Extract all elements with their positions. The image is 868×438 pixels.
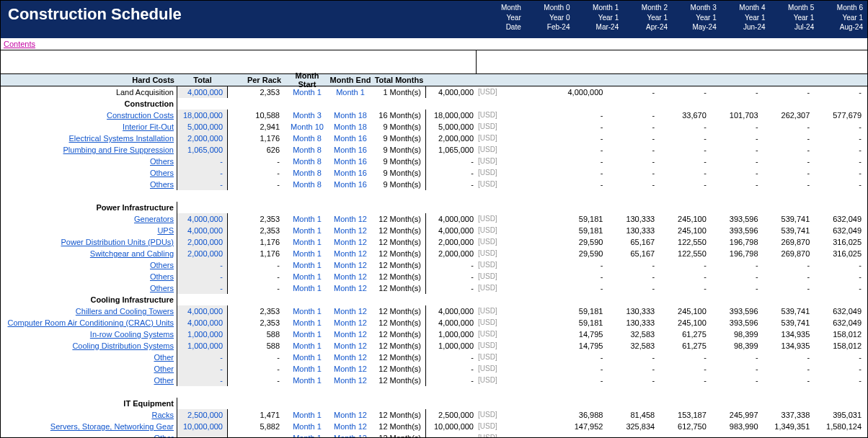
contents-link[interactable]: Contents <box>1 38 867 50</box>
row-month-end[interactable]: Month 12 <box>329 236 372 248</box>
row-month-start[interactable]: Month 1 <box>285 271 329 282</box>
row-month-end[interactable]: Month 12 <box>329 248 372 259</box>
row-label[interactable]: Others <box>1 259 177 271</box>
month-value: - <box>764 282 816 294</box>
row-month-start[interactable]: Month 8 <box>285 167 329 179</box>
currency-label: [USD] <box>477 144 505 156</box>
row-month-end[interactable]: Month 16 <box>329 156 372 167</box>
row-label[interactable]: Cooling Distribution Systems <box>1 340 177 352</box>
month-value <box>505 305 557 317</box>
row-month-end[interactable]: Month 12 <box>329 259 372 271</box>
row-total: 18,000,000 <box>177 110 228 121</box>
month-value: - <box>712 259 764 271</box>
row-month-start[interactable]: Month 10 <box>285 121 329 133</box>
currency-label: [USD] <box>477 86 505 98</box>
row-month-start[interactable]: Month 1 <box>285 236 329 248</box>
row-month-start[interactable]: Month 1 <box>285 282 329 294</box>
row-month-end[interactable]: Month 16 <box>329 133 372 144</box>
row-month-start[interactable]: Month 1 <box>285 259 329 271</box>
row-label[interactable]: Others <box>1 282 177 294</box>
row-label[interactable]: Other <box>1 432 177 438</box>
row-month-start[interactable]: Month 1 <box>285 352 329 363</box>
row-label[interactable]: Construction Costs <box>1 110 177 121</box>
month-value: 245,997 <box>712 409 764 421</box>
table-row: Others--Month 1Month 1212 Month(s)-[USD]… <box>1 259 867 271</box>
row-per-rack: 626 <box>228 144 285 156</box>
row-month-end[interactable]: Month 12 <box>329 432 372 438</box>
row-month-start[interactable]: Month 8 <box>285 133 329 144</box>
month-value: 14,795 <box>557 328 609 340</box>
row-label[interactable]: Others <box>1 179 177 190</box>
row-month-end[interactable]: Month 12 <box>329 375 372 386</box>
month-value: - <box>660 144 712 156</box>
month-value: - <box>660 179 712 190</box>
row-label[interactable]: Servers, Storage, Networking Gear <box>1 421 177 432</box>
row-month-start[interactable]: Month 1 <box>285 409 329 421</box>
row-month-start[interactable]: Month 8 <box>285 179 329 190</box>
row-month-end[interactable]: Month 18 <box>329 110 372 121</box>
row-label[interactable]: Electrical Systems Installation <box>1 133 177 144</box>
row-month-start[interactable]: Month 8 <box>285 156 329 167</box>
month-value: - <box>764 144 816 156</box>
currency-label: [USD] <box>477 167 505 179</box>
row-label[interactable]: Others <box>1 167 177 179</box>
row-month-end[interactable]: Month 12 <box>329 409 372 421</box>
row-month-end[interactable]: Month 12 <box>329 328 372 340</box>
row-month-start[interactable]: Month 1 <box>285 86 329 98</box>
row-month-start[interactable]: Month 1 <box>285 432 329 438</box>
row-month-end[interactable]: Month 12 <box>329 352 372 363</box>
row-month-end[interactable]: Month 12 <box>329 305 372 317</box>
row-month-end[interactable]: Month 12 <box>329 225 372 236</box>
row-label[interactable]: Other <box>1 363 177 375</box>
row-label[interactable]: Switchgear and Cabling <box>1 248 177 259</box>
row-label[interactable]: Others <box>1 156 177 167</box>
row-label[interactable]: Interior Fit-Out <box>1 121 177 133</box>
row-label[interactable]: Power Distribution Units (PDUs) <box>1 236 177 248</box>
month-value: 245,100 <box>660 225 712 236</box>
row-label[interactable]: Plumbing and Fire Suppression <box>1 144 177 156</box>
row-label[interactable]: Computer Room Air Conditioning (CRAC) Un… <box>1 317 177 328</box>
table-row: Racks2,500,0001,471Month 1Month 1212 Mon… <box>1 409 867 421</box>
row-per-rack: - <box>228 363 285 375</box>
row-month-start[interactable]: Month 1 <box>285 225 329 236</box>
row-month-start[interactable]: Month 1 <box>285 328 329 340</box>
row-month-start[interactable]: Month 8 <box>285 144 329 156</box>
row-month-start[interactable]: Month 1 <box>285 340 329 352</box>
row-label[interactable]: UPS <box>1 225 177 236</box>
row-per-rack: - <box>228 167 285 179</box>
row-total-months: 12 Month(s) <box>372 248 426 259</box>
row-label[interactable]: Other <box>1 375 177 386</box>
row-month-end[interactable]: Month 12 <box>329 271 372 282</box>
row-month-end[interactable]: Month 16 <box>329 144 372 156</box>
row-month-start[interactable]: Month 1 <box>285 248 329 259</box>
row-per-rack: 2,353 <box>228 213 285 225</box>
row-label[interactable]: Others <box>1 271 177 282</box>
row-month-end[interactable]: Month 12 <box>329 340 372 352</box>
row-month-end[interactable]: Month 16 <box>329 179 372 190</box>
row-month-start[interactable]: Month 1 <box>285 363 329 375</box>
row-label[interactable]: Chillers and Cooling Towers <box>1 305 177 317</box>
month-value: - <box>764 86 816 98</box>
row-month-end[interactable]: Month 18 <box>329 121 372 133</box>
row-month-start[interactable]: Month 1 <box>285 305 329 317</box>
row-month-end[interactable]: Month 12 <box>329 317 372 328</box>
row-month-end[interactable]: Month 16 <box>329 167 372 179</box>
row-label[interactable]: Generators <box>1 213 177 225</box>
row-label[interactable]: In-row Cooling Systems <box>1 328 177 340</box>
row-month-start[interactable]: Month 1 <box>285 375 329 386</box>
month-value: - <box>764 432 816 438</box>
row-label[interactable]: Other <box>1 352 177 363</box>
currency-label: [USD] <box>477 213 505 225</box>
table-row: Electrical Systems Installation2,000,000… <box>1 133 867 144</box>
row-month-start[interactable]: Month 1 <box>285 213 329 225</box>
row-month-end[interactable]: Month 12 <box>329 363 372 375</box>
row-month-start[interactable]: Month 1 <box>285 317 329 328</box>
row-month-end[interactable]: Month 1 <box>329 86 372 98</box>
row-month-start[interactable]: Month 1 <box>285 421 329 432</box>
row-month-end[interactable]: Month 12 <box>329 421 372 432</box>
row-total-months: 9 Month(s) <box>372 179 426 190</box>
row-month-start[interactable]: Month 3 <box>285 110 329 121</box>
row-month-end[interactable]: Month 12 <box>329 213 372 225</box>
row-label[interactable]: Racks <box>1 409 177 421</box>
row-month-end[interactable]: Month 12 <box>329 282 372 294</box>
